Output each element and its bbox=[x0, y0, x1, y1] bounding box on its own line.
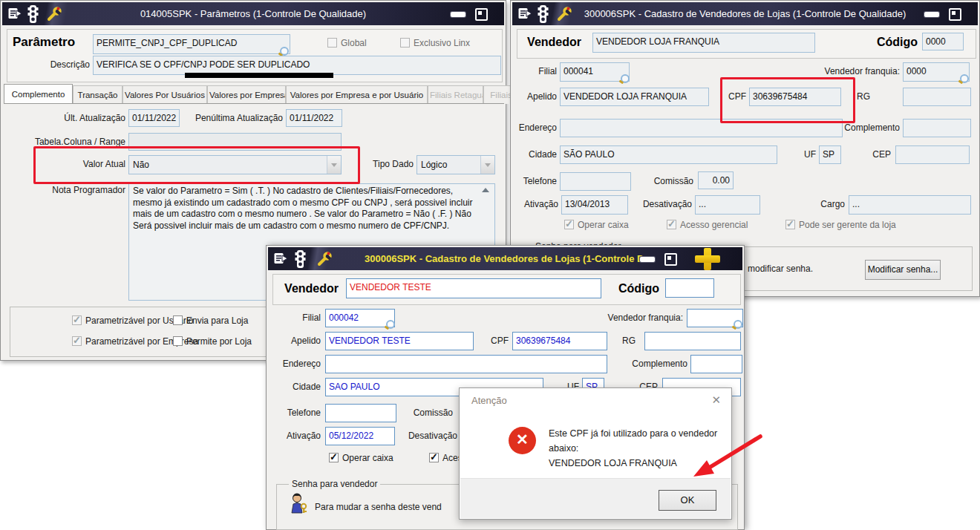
parametrizavel-empresa-checkbox[interactable] bbox=[72, 336, 82, 346]
minimize-button[interactable] bbox=[451, 12, 466, 17]
envia-para-loja-checkbox[interactable] bbox=[173, 315, 183, 325]
ult-atualizacao-field[interactable]: 01/11/2022 bbox=[128, 109, 180, 127]
tab-valores-por-empresa-usuario[interactable]: Valores por Empresa e por Usuário bbox=[286, 85, 428, 104]
acesso-gerencial-checkbox[interactable] bbox=[429, 453, 439, 462]
window-title: 300006SPK - Cadastro de Vendedores de Lo… bbox=[583, 2, 907, 25]
tab-filiais-retaguarda[interactable]: Filiais Retaguarda bbox=[428, 85, 483, 104]
desativacao-field[interactable]: ... bbox=[695, 195, 760, 215]
rg-field[interactable] bbox=[644, 332, 741, 350]
form-icon[interactable] bbox=[8, 7, 22, 20]
tabela-coluna-label: Tabela.Coluna / Range bbox=[16, 137, 125, 147]
tab-transacao[interactable]: Transação bbox=[73, 85, 122, 104]
scroll-up-icon[interactable] bbox=[482, 188, 489, 192]
filial-label: Filial bbox=[285, 313, 321, 323]
senha-text: modificar senha. bbox=[748, 264, 813, 274]
uf-field[interactable]: SP bbox=[819, 145, 841, 164]
complemento-field[interactable] bbox=[903, 119, 971, 137]
window-title: 014005SPK - Parâmetros (1-Controle De Qu… bbox=[73, 2, 434, 25]
annotation-box-cpf bbox=[720, 77, 855, 123]
parametro-label: Parâmetro bbox=[13, 35, 94, 50]
add-record-button[interactable] bbox=[695, 248, 720, 270]
maximize-button[interactable] bbox=[475, 8, 488, 21]
lookup-magnifier-icon[interactable] bbox=[621, 74, 630, 83]
close-icon[interactable]: ✕ bbox=[711, 393, 721, 407]
dialog-title: Atenção bbox=[471, 395, 507, 406]
tab-complemento[interactable]: Complemento bbox=[4, 84, 73, 104]
parametro-field[interactable]: PERMITE_CNPJ_CPF_DUPLICAD bbox=[93, 34, 290, 54]
cidade-field[interactable]: SÃO PAULO bbox=[560, 145, 777, 164]
traffic-light-icon[interactable] bbox=[27, 4, 39, 24]
tipo-dado-dropdown[interactable]: Lógico bbox=[416, 155, 495, 174]
titlebar-vendedor-franquia: 300006SPK - Cadastro de Vendedores de Lo… bbox=[512, 2, 978, 25]
telefone-field[interactable] bbox=[325, 404, 396, 422]
endereco-label: Endereço bbox=[518, 122, 557, 133]
tab-valores-por-usuarios[interactable]: Valores Por Usuários bbox=[122, 85, 207, 104]
form-icon[interactable] bbox=[274, 252, 288, 265]
lookup-magnifier-icon[interactable] bbox=[386, 320, 395, 329]
lookup-magnifier-icon[interactable] bbox=[960, 74, 969, 83]
apelido-field[interactable]: VENDEDOR TESTE bbox=[325, 332, 474, 350]
uf-label: UF bbox=[798, 149, 816, 160]
ativacao-field[interactable]: 13/04/2013 bbox=[561, 195, 628, 215]
wrench-icon[interactable] bbox=[557, 7, 572, 22]
endereco-field[interactable] bbox=[325, 355, 607, 373]
modificar-senha-button[interactable]: Modificar senha... bbox=[865, 260, 941, 280]
codigo-field[interactable] bbox=[665, 278, 714, 298]
operar-caixa-label: Operar caixa bbox=[342, 453, 393, 463]
wrench-icon[interactable] bbox=[47, 7, 62, 22]
cep-label: CEP bbox=[861, 149, 891, 160]
wrench-icon[interactable] bbox=[317, 252, 333, 266]
vendedor-field[interactable]: VENDEDOR LOJA FRANQUIA bbox=[592, 33, 815, 53]
permite-por-loja-checkbox[interactable] bbox=[173, 336, 183, 346]
operar-caixa-checkbox[interactable] bbox=[564, 220, 574, 229]
vendedor-franquia-label: Vendedor franquia: bbox=[592, 313, 683, 323]
codigo-field[interactable]: 0000 bbox=[922, 33, 964, 50]
complemento-field[interactable] bbox=[690, 355, 742, 373]
filial-label: Filial bbox=[520, 66, 557, 76]
parametrizavel-usuario-checkbox[interactable] bbox=[72, 315, 82, 325]
exclusivo-linx-checkbox[interactable] bbox=[400, 38, 410, 48]
ativacao-field[interactable]: 05/12/2022 bbox=[325, 427, 395, 445]
ult-atualizacao-label: Últ. Atualização bbox=[16, 113, 125, 123]
dropdown-arrow-icon[interactable] bbox=[480, 156, 494, 174]
vendedor-field[interactable]: VENDEDOR TESTE bbox=[346, 278, 601, 298]
global-checkbox-label: Global bbox=[341, 38, 367, 48]
traffic-light-icon[interactable] bbox=[295, 249, 306, 269]
tab-valores-por-empresa[interactable]: Valores por Empresa bbox=[207, 85, 286, 104]
minimize-button[interactable] bbox=[640, 257, 655, 262]
endereco-label: Endereço bbox=[282, 359, 321, 369]
maximize-button[interactable] bbox=[949, 8, 961, 21]
window-title: 300006SPK - Cadastro de Vendedores de Lo… bbox=[365, 247, 646, 270]
apelido-field[interactable]: VENDEDOR LOJA FRANQUIA bbox=[560, 88, 709, 106]
apelido-label: Apelido bbox=[285, 336, 321, 346]
cep-field[interactable] bbox=[895, 145, 970, 164]
annotation-box-valor-atual bbox=[33, 146, 360, 184]
vendor-password-icon bbox=[290, 493, 307, 514]
minimize-button[interactable] bbox=[924, 12, 939, 17]
operar-caixa-label: Operar caixa bbox=[578, 220, 629, 230]
ativacao-label: Ativação bbox=[282, 431, 321, 441]
titlebar-parametros: 014005SPK - Parâmetros (1-Controle De Qu… bbox=[2, 2, 504, 25]
lookup-magnifier-icon[interactable] bbox=[280, 47, 289, 56]
cpf-field[interactable]: 30639675484 bbox=[512, 332, 607, 350]
telefone-field[interactable] bbox=[560, 172, 631, 191]
maximize-button[interactable] bbox=[664, 253, 677, 266]
cargo-label: Cargo bbox=[813, 199, 845, 209]
operar-caixa-checkbox[interactable] bbox=[329, 453, 339, 462]
penultima-field[interactable]: 01/11/2022 bbox=[286, 109, 342, 127]
filial-field[interactable]: 000041 bbox=[560, 62, 630, 82]
traffic-light-icon[interactable] bbox=[538, 4, 549, 24]
cpf-label: CPF bbox=[489, 336, 509, 346]
comissao-label: Comissão bbox=[407, 408, 453, 418]
form-icon[interactable] bbox=[518, 7, 532, 20]
pode-ser-gerente-checkbox[interactable] bbox=[785, 220, 795, 229]
comissao-field[interactable]: 0.00 bbox=[698, 171, 734, 189]
rg-field[interactable] bbox=[903, 88, 971, 106]
global-checkbox[interactable] bbox=[327, 38, 337, 48]
vendedor-label: Vendedor bbox=[523, 36, 581, 49]
acesso-gerencial-checkbox[interactable] bbox=[667, 220, 676, 229]
titlebar-vendedor-teste: 300006SPK - Cadastro de Vendedores de Lo… bbox=[268, 247, 742, 270]
cargo-field[interactable]: ... bbox=[849, 195, 971, 215]
lookup-magnifier-icon[interactable] bbox=[734, 320, 742, 329]
filial-field[interactable]: 000042 bbox=[325, 309, 395, 327]
